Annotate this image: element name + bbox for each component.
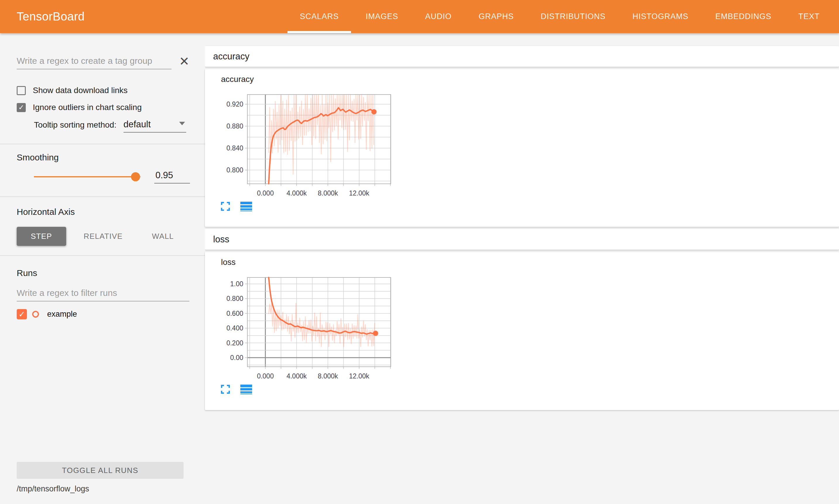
section-title: accuracy: [213, 51, 249, 62]
tab-graphs[interactable]: GRAPHS: [466, 0, 526, 33]
svg-text:0.800: 0.800: [226, 166, 243, 174]
app-title: TensorBoard: [17, 10, 85, 23]
tooltip-sorting-value: default: [124, 119, 151, 130]
tab-text[interactable]: TEXT: [786, 0, 832, 33]
chart-card-accuracy: accuracy 0.8000.8400.8800.9200.0004.000k…: [205, 69, 839, 227]
svg-text:0.200: 0.200: [226, 339, 243, 347]
run-name: example: [47, 310, 77, 319]
toggle-all-runs-button[interactable]: TOGGLE ALL RUNS: [17, 462, 183, 479]
svg-text:0.000: 0.000: [257, 372, 274, 380]
app-header: TensorBoard SCALARS IMAGES AUDIO GRAPHS …: [0, 0, 839, 33]
horizontal-axis-relative-button[interactable]: RELATIVE: [72, 227, 135, 246]
data-table-icon[interactable]: [240, 201, 253, 211]
svg-text:4.000k: 4.000k: [287, 372, 307, 380]
show-download-links-checkbox[interactable]: [17, 86, 26, 95]
expand-chart-icon[interactable]: [220, 384, 230, 394]
tab-images[interactable]: IMAGES: [353, 0, 410, 33]
divider: [0, 255, 205, 256]
show-download-links-row[interactable]: Show data download links: [17, 86, 190, 95]
runs-label: Runs: [17, 268, 190, 278]
run-filter-input[interactable]: [17, 287, 190, 302]
tab-histograms[interactable]: HISTOGRAMS: [620, 0, 700, 33]
svg-text:8.000k: 8.000k: [318, 190, 338, 197]
nav-tabs: SCALARS IMAGES AUDIO GRAPHS DISTRIBUTION…: [287, 0, 839, 33]
horizontal-axis-wall-button[interactable]: WALL: [140, 227, 185, 246]
section-title: loss: [213, 234, 229, 245]
svg-text:0.800: 0.800: [226, 295, 243, 302]
tab-distributions[interactable]: DISTRIBUTIONS: [529, 0, 618, 33]
tab-embeddings[interactable]: EMBEDDINGS: [703, 0, 784, 33]
ignore-outliers-label: Ignore outliers in chart scaling: [33, 103, 142, 112]
section-header-accuracy[interactable]: accuracy: [205, 46, 839, 67]
svg-text:4.000k: 4.000k: [287, 190, 307, 197]
close-icon[interactable]: ✕: [179, 55, 190, 69]
sidebar: ✕ Show data download links ✓ Ignore outl…: [0, 33, 205, 504]
tag-filter-input[interactable]: [17, 55, 172, 69]
expand-chart-icon[interactable]: [220, 201, 230, 211]
horizontal-axis-label: Horizontal Axis: [17, 207, 190, 217]
run-row-example[interactable]: ✓ example: [17, 309, 190, 319]
accuracy-chart[interactable]: 0.8000.8400.8800.9200.0004.000k8.000k12.…: [217, 90, 404, 216]
tooltip-sorting-label: Tooltip sorting method:: [34, 120, 117, 132]
ignore-outliers-checkbox[interactable]: ✓: [17, 103, 26, 112]
run-color-circle: [32, 311, 39, 318]
svg-text:8.000k: 8.000k: [318, 372, 338, 380]
chart-card-loss: loss 0.000.2000.4000.6000.8001.000.0004.…: [205, 252, 839, 410]
divider: [0, 144, 205, 144]
tooltip-sorting-dropdown[interactable]: default: [124, 119, 186, 132]
smoothing-value-field[interactable]: [154, 170, 190, 183]
run-checkbox[interactable]: ✓: [17, 309, 27, 319]
tab-scalars[interactable]: SCALARS: [287, 0, 351, 33]
chevron-down-icon: [179, 122, 185, 125]
svg-text:0.00: 0.00: [230, 354, 243, 361]
svg-text:12.00k: 12.00k: [349, 372, 370, 380]
main-content: accuracy accuracy 0.8000.8400.8800.9200.…: [205, 33, 839, 504]
svg-text:0.920: 0.920: [226, 101, 243, 108]
svg-text:0.000: 0.000: [257, 190, 274, 197]
chart-title: loss: [205, 252, 839, 267]
svg-text:0.600: 0.600: [226, 310, 243, 317]
loss-chart[interactable]: 0.000.2000.4000.6000.8001.000.0004.000k8…: [217, 273, 404, 399]
ignore-outliers-row[interactable]: ✓ Ignore outliers in chart scaling: [17, 103, 190, 112]
log-directory-path: /tmp/tensorflow_logs: [17, 484, 89, 493]
show-download-links-label: Show data download links: [33, 86, 128, 95]
svg-text:1.00: 1.00: [230, 280, 243, 288]
svg-text:12.00k: 12.00k: [349, 190, 370, 197]
smoothing-slider-fill: [34, 176, 136, 177]
horizontal-axis-step-button[interactable]: STEP: [17, 227, 66, 246]
smoothing-slider[interactable]: [34, 176, 141, 177]
divider: [0, 196, 205, 197]
svg-text:0.400: 0.400: [226, 324, 243, 332]
tab-audio[interactable]: AUDIO: [413, 0, 464, 33]
chart-title: accuracy: [205, 69, 839, 84]
svg-text:0.840: 0.840: [226, 144, 243, 152]
svg-text:0.880: 0.880: [226, 122, 243, 130]
smoothing-slider-handle[interactable]: [131, 173, 140, 181]
section-header-loss[interactable]: loss: [205, 229, 839, 250]
data-table-icon[interactable]: [240, 384, 253, 394]
smoothing-label: Smoothing: [17, 152, 190, 162]
